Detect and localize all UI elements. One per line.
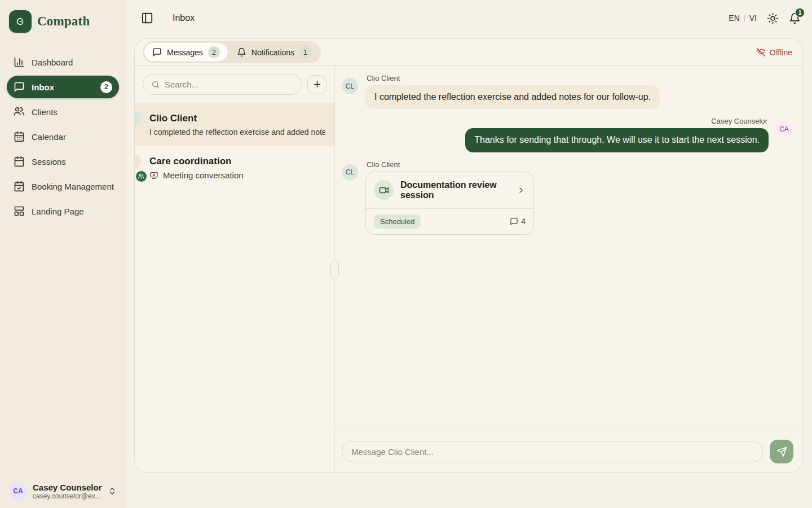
sidebar-item-label: Clients — [32, 107, 112, 117]
message-content: Casey Counselor Thanks for sending that … — [465, 117, 769, 152]
sidebar-item-label: Landing Page — [32, 207, 112, 216]
calendar-check-icon — [14, 181, 25, 192]
panel-divider — [334, 66, 335, 472]
inbox-unread-badge: 2 — [100, 81, 112, 93]
sidebar-item-dashboard[interactable]: Dashboard — [7, 51, 119, 73]
sidebar-item-label: Calendar — [32, 132, 112, 142]
message-composer — [335, 431, 802, 472]
sidebar-item-landing-page[interactable]: Landing Page — [7, 200, 119, 222]
user-menu[interactable]: CA Casey Counselor casey.counselor@ex... — [7, 478, 119, 500]
notification-count-badge: 1 — [795, 8, 805, 17]
sidebar-toggle-icon[interactable] — [141, 12, 153, 24]
sidebar-item-calendar[interactable]: Calendar — [7, 125, 119, 148]
chevrons-up-down-icon — [108, 487, 117, 496]
page-title: Inbox — [173, 13, 195, 23]
comment-icon — [510, 217, 518, 226]
paper-plane-icon — [776, 446, 787, 457]
message-square-icon — [14, 81, 25, 93]
search-input[interactable] — [165, 80, 293, 89]
group-users-icon — [136, 171, 147, 182]
tab-label: Messages — [167, 48, 203, 57]
avatar: CL — [342, 78, 358, 94]
message-incoming: CL Clio Client I completed the reflectio… — [342, 74, 792, 109]
swan-icon — [9, 10, 32, 33]
message-input[interactable] — [342, 441, 763, 462]
status-badge: Scheduled — [374, 214, 421, 229]
tab-messages[interactable]: Messages 2 — [144, 43, 228, 62]
conversation-subtitle-row: Meeting conversation — [149, 170, 325, 180]
messages-count-badge: 2 — [208, 46, 220, 58]
conversation-list: Clio Client I completed the reflection e… — [135, 66, 334, 472]
inbox-body: Clio Client I completed the reflection e… — [135, 66, 802, 472]
inbox-panel: Messages 2 Notifications 1 Offline — [134, 38, 803, 473]
notifications-bell[interactable]: 1 — [789, 12, 801, 24]
message-sender: Clio Client — [365, 74, 660, 82]
wifi-off-icon — [756, 47, 766, 57]
tab-notifications[interactable]: Notifications 1 — [229, 43, 319, 62]
sidebar-item-sessions[interactable]: Sessions — [7, 150, 119, 173]
sidebar-item-label: Dashboard — [32, 58, 112, 67]
new-conversation-button[interactable] — [307, 75, 326, 94]
avatar: CA — [9, 482, 27, 500]
sidebar-item-label: Booking Management — [32, 182, 114, 191]
sidebar-item-label: Inbox — [32, 82, 94, 92]
sun-icon[interactable] — [767, 12, 779, 24]
topbar-actions: EN VI 1 — [729, 12, 801, 24]
layout-icon — [14, 205, 25, 217]
conversation-item-care-coordination[interactable]: Care coordination Meeting conversation — [135, 146, 334, 190]
avatar: CA — [776, 121, 792, 137]
sidebar-item-label: Sessions — [32, 157, 112, 167]
message-outgoing: Casey Counselor Thanks for sending that … — [342, 117, 792, 152]
divider — [744, 15, 745, 21]
avatar: CL — [342, 164, 358, 181]
chat-pane: CL Clio Client I completed the reflectio… — [335, 66, 802, 472]
conversation-item-clio-client[interactable]: Clio Client I completed the reflection e… — [135, 103, 334, 146]
calendar-range-icon — [14, 156, 25, 167]
message-bubble: Thanks for sending that through. We will… — [465, 128, 769, 152]
message-thread[interactable]: CL Clio Client I completed the reflectio… — [335, 66, 802, 431]
conversation-subtitle: Meeting conversation — [163, 170, 244, 180]
sidebar-item-inbox[interactable]: Inbox 2 — [7, 76, 119, 98]
session-card-footer: Scheduled 4 — [366, 208, 533, 234]
conversation-title: Clio Client — [149, 113, 325, 124]
calendar-icon — [14, 131, 25, 142]
inbox-panel-header: Messages 2 Notifications 1 Offline — [135, 39, 802, 66]
message-incoming-card: CL Clio Client Documentation review sess… — [342, 160, 792, 235]
conversation-avatar-peek — [134, 154, 141, 169]
sidebar-item-clients[interactable]: Clients — [7, 100, 119, 123]
resize-handle[interactable] — [330, 261, 339, 278]
lang-vi[interactable]: VI — [749, 14, 757, 23]
connection-status-label: Offline — [770, 48, 792, 57]
lang-en[interactable]: EN — [729, 14, 739, 23]
presentation-icon — [149, 171, 158, 180]
bar-chart-icon — [14, 56, 25, 68]
message-square-icon — [152, 47, 162, 57]
session-card[interactable]: Documentation review session Scheduled — [365, 172, 534, 235]
message-content: Clio Client I completed the reflection e… — [365, 74, 660, 109]
notifications-count-badge: 1 — [299, 46, 311, 58]
sidebar-item-booking-management[interactable]: Booking Management — [7, 175, 119, 198]
conversation-preview: I completed the reflection exercise and … — [149, 128, 325, 137]
conversation-search-row — [135, 66, 334, 103]
comment-count: 4 — [510, 217, 526, 226]
message-sender: Clio Client — [365, 160, 534, 169]
connection-status: Offline — [756, 47, 792, 57]
tab-label: Notifications — [251, 48, 294, 57]
message-bubble: I completed the reflection exercise and … — [365, 85, 660, 109]
chevron-right-icon — [517, 186, 526, 195]
inbox-tabs: Messages 2 Notifications 1 — [143, 41, 321, 63]
main-area: Inbox EN VI 1 — [126, 0, 812, 508]
search-icon — [151, 80, 160, 89]
video-camera-icon — [374, 180, 394, 200]
conversation-title: Care coordination — [149, 156, 325, 167]
message-content: Clio Client Documentation review session — [365, 160, 534, 235]
user-meta: Casey Counselor casey.counselor@ex... — [33, 483, 102, 500]
users-icon — [14, 106, 25, 117]
topbar: Inbox EN VI 1 — [126, 0, 812, 36]
comment-count-value: 4 — [521, 217, 526, 226]
user-name: Casey Counselor — [33, 483, 102, 492]
user-email: casey.counselor@ex... — [33, 492, 102, 500]
brand[interactable]: Compath — [7, 9, 119, 34]
session-card-header: Documentation review session — [366, 172, 533, 208]
send-button[interactable] — [770, 440, 793, 463]
